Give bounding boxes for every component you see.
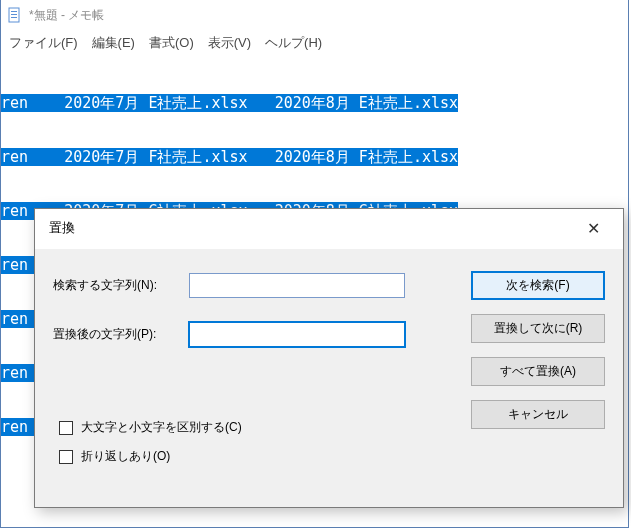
dialog-title-text: 置換	[49, 219, 75, 237]
menubar: ファイル(F) 編集(E) 書式(O) 表示(V) ヘルプ(H)	[1, 30, 628, 58]
find-next-button[interactable]: 次を検索(F)	[471, 271, 605, 300]
replace-label: 置換後の文字列(P):	[53, 326, 181, 343]
checkbox-icon	[59, 450, 73, 464]
checkbox-icon	[59, 421, 73, 435]
menu-file[interactable]: ファイル(F)	[9, 34, 78, 52]
menu-help[interactable]: ヘルプ(H)	[265, 34, 322, 52]
editor-line: ren 2020年7月 F社売上.xlsx 2020年8月 F社売上.xlsx	[1, 148, 458, 166]
editor-line: ren 2020年7月 E社売上.xlsx 2020年8月 E社売上.xlsx	[1, 94, 458, 112]
cancel-button[interactable]: キャンセル	[471, 400, 605, 429]
svg-rect-3	[11, 17, 17, 18]
menu-view[interactable]: 表示(V)	[208, 34, 251, 52]
replace-button[interactable]: 置換して次に(R)	[471, 314, 605, 343]
app-icon	[7, 7, 23, 23]
close-icon[interactable]: ✕	[575, 217, 611, 239]
dialog-buttons: 次を検索(F) 置換して次に(R) すべて置換(A) キャンセル	[471, 271, 605, 429]
titlebar: *無題 - メモ帳	[1, 0, 628, 30]
find-label: 検索する文字列(N):	[53, 277, 181, 294]
replace-dialog: 置換 ✕ 検索する文字列(N): 置換後の文字列(P): 次を検索(F) 置換し…	[34, 208, 624, 508]
dialog-titlebar: 置換 ✕	[35, 209, 623, 249]
menu-edit[interactable]: 編集(E)	[92, 34, 135, 52]
find-input[interactable]	[189, 273, 405, 298]
window-title: *無題 - メモ帳	[29, 7, 104, 24]
replace-all-button[interactable]: すべて置換(A)	[471, 357, 605, 386]
menu-format[interactable]: 書式(O)	[149, 34, 194, 52]
replace-input[interactable]	[189, 322, 405, 347]
match-case-label: 大文字と小文字を区別する(C)	[81, 419, 242, 436]
dialog-body: 検索する文字列(N): 置換後の文字列(P): 次を検索(F) 置換して次に(R…	[35, 249, 623, 477]
wrap-around-checkbox[interactable]: 折り返しあり(O)	[59, 448, 605, 465]
svg-rect-1	[11, 11, 17, 12]
wrap-around-label: 折り返しあり(O)	[81, 448, 170, 465]
svg-rect-2	[11, 14, 17, 15]
